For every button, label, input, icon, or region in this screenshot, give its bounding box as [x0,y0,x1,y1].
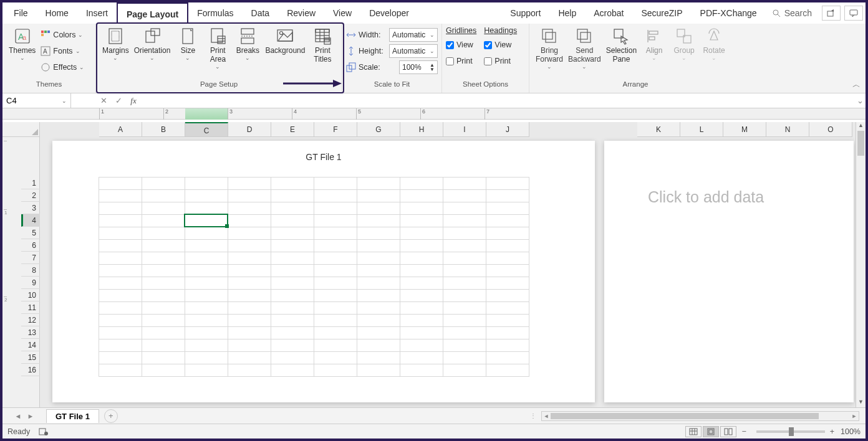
tab-acrobat[interactable]: Acrobat [585,2,632,24]
macro-record-button[interactable] [39,427,49,436]
row-3[interactable]: 3 [21,202,40,214]
col-l[interactable]: L [680,122,723,137]
tab-support[interactable]: Support [501,2,549,24]
selected-cell[interactable] [184,214,228,227]
tab-data[interactable]: Data [243,2,279,24]
add-sheet-button[interactable]: + [104,409,118,423]
row-9[interactable]: 9 [21,277,40,289]
tab-pdf-xchange[interactable]: PDF-XChange [692,2,766,24]
selection-pane-button[interactable]: Selection Pane [604,26,639,65]
zoom-level[interactable]: 100% [841,427,861,436]
col-c[interactable]: C [185,122,228,137]
fonts-button[interactable]: A Fonts⌄ [41,44,84,59]
sheet-tab-active[interactable]: GT File 1 [46,409,99,423]
row-16[interactable]: 16 [21,364,40,376]
expand-formula-bar-button[interactable]: ⌄ [854,96,866,105]
search-box[interactable]: Search [766,8,818,18]
row-14[interactable]: 14 [21,339,40,351]
height-dropdown[interactable]: Automatic⌄ [389,44,438,58]
insert-function-button[interactable]: fx [126,96,141,106]
tab-review[interactable]: Review [278,2,324,24]
gridlines-print-checkbox[interactable]: Print [446,54,476,69]
scroll-up-button[interactable]: ▲ [856,122,866,131]
headings-view-checkbox[interactable]: View [484,37,517,52]
orientation-button[interactable]: Orientation⌄ [132,26,173,62]
zoom-out-button[interactable]: − [741,427,746,436]
horizontal-ruler[interactable]: 1 2 3 4 5 6 7 [2,108,866,120]
tab-split-handle[interactable]: ⋮ [530,412,535,419]
row-2[interactable]: 2 [21,189,40,202]
size-button[interactable]: Size⌄ [173,26,203,62]
row-8[interactable]: 8 [21,264,40,277]
width-dropdown[interactable]: Automatic⌄ [389,28,438,42]
row-5[interactable]: 5 [21,227,40,239]
row-10[interactable]: 10 [21,289,40,301]
page-header[interactable]: GT File 1 [52,152,595,162]
col-h[interactable]: H [400,122,443,137]
hscroll-thumb[interactable] [551,413,819,419]
tab-insert[interactable]: Insert [77,2,117,24]
fill-handle[interactable] [225,224,229,228]
col-k[interactable]: K [637,122,680,137]
enter-formula-button[interactable]: ✓ [111,96,126,105]
tab-developer[interactable]: Developer [360,2,418,24]
scroll-left-button[interactable]: ◄ [542,412,551,420]
scroll-down-button[interactable]: ▼ [856,399,866,407]
zoom-handle[interactable] [789,427,794,436]
col-e[interactable]: E [271,122,314,137]
send-backward-button[interactable]: Send Backward⌄ [566,26,604,71]
cell-grid-2[interactable] [640,177,648,198]
select-all-corner[interactable] [2,122,39,137]
themes-button[interactable]: Aa Themes ⌄ [6,26,38,62]
bring-forward-button[interactable]: Bring Forward⌄ [533,26,566,71]
add-data-watermark[interactable]: Click to add data [648,188,764,206]
row-6[interactable]: 6 [21,239,40,252]
col-g[interactable]: G [357,122,400,137]
scroll-thumb[interactable] [857,131,864,156]
align-button[interactable]: Align⌄ [639,26,669,62]
cancel-formula-button[interactable]: ✕ [96,96,111,105]
col-n[interactable]: N [766,122,809,137]
tab-view[interactable]: View [324,2,360,24]
row-11[interactable]: 11 [21,301,40,314]
breaks-button[interactable]: Breaks⌄ [233,26,263,62]
tab-home[interactable]: Home [37,2,77,24]
share-button[interactable] [822,6,841,21]
scale-spinner[interactable]: 100%▲▼ [399,60,438,74]
row-13[interactable]: 13 [21,326,40,339]
collapse-ribbon-button[interactable]: ︿ [852,79,861,90]
vertical-scrollbar[interactable]: ▲ ▼ [856,122,866,407]
col-f[interactable]: F [314,122,357,137]
page-layout-view-button[interactable] [703,426,719,437]
headings-print-checkbox[interactable]: Print [484,54,517,69]
zoom-slider[interactable] [756,430,825,433]
name-box[interactable]: C4⌄ [2,93,71,108]
tab-formulas[interactable]: Formulas [188,2,242,24]
print-titles-button[interactable]: Print Titles [307,26,337,65]
print-area-button[interactable]: Print Area⌄ [203,26,233,71]
col-i[interactable]: I [443,122,486,137]
page-break-view-button[interactable] [720,426,736,437]
col-m[interactable]: M [723,122,766,137]
horizontal-scrollbar[interactable]: ◄ ► [541,411,859,421]
comments-button[interactable] [844,6,863,21]
scroll-right-button[interactable]: ► [850,412,859,420]
gridlines-view-checkbox[interactable]: View [446,37,476,52]
tab-file[interactable]: File [5,2,37,24]
tab-nav-arrows[interactable]: ◄ ► [2,412,46,420]
col-o[interactable]: O [809,122,852,137]
margins-button[interactable]: Margins⌄ [100,26,132,62]
colors-button[interactable]: Colors⌄ [41,27,84,42]
row-12[interactable]: 12 [21,314,40,326]
row-7[interactable]: 7 [21,252,40,264]
col-b[interactable]: B [142,122,185,137]
zoom-in-button[interactable]: + [830,427,834,436]
tab-help[interactable]: Help [549,2,585,24]
cell-grid[interactable] [99,177,529,377]
effects-button[interactable]: Effects⌄ [41,60,84,75]
col-a[interactable]: A [99,122,142,137]
tab-page-layout[interactable]: Page Layout [117,2,188,24]
col-j[interactable]: J [486,122,529,137]
row-1[interactable]: 1 [21,177,40,189]
row-4[interactable]: 4 [21,214,40,227]
